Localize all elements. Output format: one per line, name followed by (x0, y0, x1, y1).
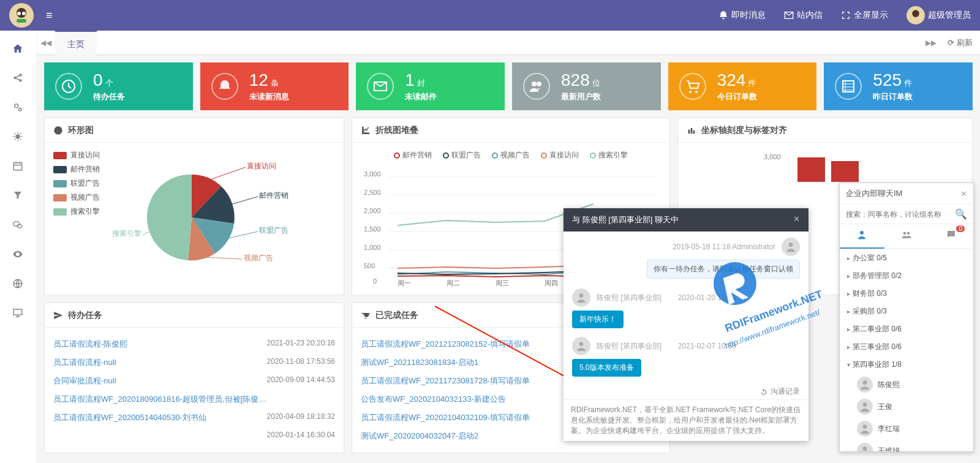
svg-text:联盟广告: 联盟广告 (259, 226, 288, 235)
im-dept[interactable]: 第三事业部 0/6 (840, 338, 973, 356)
nav-filter-icon[interactable] (12, 190, 24, 202)
svg-rect-17 (13, 309, 22, 315)
legend-item[interactable]: 视频广告 (492, 150, 530, 160)
task-link[interactable]: 公告发布WF_20202104032133-新建公告 (361, 394, 506, 405)
chat-sys-meta: 2019-05-18 11:18 Administrator (572, 238, 800, 256)
nav-calendar-icon[interactable] (12, 160, 24, 173)
bar-title: 坐标轴刻度与标签对齐 (701, 125, 787, 136)
im-dept[interactable]: 办公室 0/5 (840, 249, 973, 267)
task-link[interactable]: 员工请假流程WF_20200514040530-刘书仙 (53, 412, 206, 423)
stat-card[interactable]: 324件今日订单数 (668, 62, 817, 110)
nav-home-icon[interactable] (12, 43, 24, 55)
im-dept[interactable]: 采购部 0/3 (840, 303, 973, 320)
line-title: 折线图堆叠 (375, 125, 418, 136)
tab-prev-icon[interactable]: ◀◀ (37, 39, 55, 47)
legend-item[interactable]: 邮件营销 (394, 150, 432, 160)
task-link[interactable]: 员工请假流程-陈俊熙 (53, 339, 127, 350)
im-search-input[interactable] (846, 210, 955, 219)
stat-card[interactable]: 0个待办任务 (44, 62, 193, 110)
svg-point-69 (863, 380, 867, 385)
im-tabs: 0 (840, 224, 973, 249)
legend-item[interactable]: 搜索引擎 (53, 206, 100, 217)
panel-todo: 待办任务 员工请假流程-陈俊熙2021-01-23 20:20:16员工请假流程… (44, 303, 344, 453)
nav-fullscreen[interactable]: 全屏显示 (841, 10, 888, 21)
tab-next-icon[interactable]: ▶▶ (922, 39, 940, 47)
list-item: 2020-01-14 16:30:04 (53, 427, 335, 443)
nav-user[interactable]: 超级管理员 (907, 6, 971, 24)
im-search: 🔍 (840, 205, 973, 224)
nav-gears-icon[interactable] (12, 102, 24, 114)
im-user[interactable]: 王俊 (840, 396, 973, 418)
svg-text:周二: 周二 (447, 279, 460, 287)
legend-item[interactable]: 邮件营销 (53, 164, 100, 175)
nav-eye-icon[interactable] (12, 249, 24, 261)
chart-row: 环形图 直接访问邮件营销联盟广告视频广告搜索引擎 直接访问 邮件营销 (44, 118, 973, 295)
legend-item[interactable]: 直接访问 (541, 150, 579, 160)
task-link[interactable]: 测试WF_20211823081834-启动1 (361, 357, 478, 368)
svg-line-30 (207, 167, 246, 181)
tab-home[interactable]: 主页 (55, 31, 97, 55)
im-user[interactable]: 王维娟 (840, 440, 973, 451)
task-link[interactable]: 员工请假流程WF_20211723081728-填写请假单 (361, 375, 530, 386)
list-item: 员工请假流程-null2020-11-08 17:53:56 (53, 353, 335, 372)
nav-sun-icon[interactable] (12, 131, 24, 143)
svg-line-33 (204, 257, 242, 259)
task-link[interactable]: 员工请假流程-null (53, 357, 116, 368)
list-item: 员工请假流程WF_20201809061816-超级管理员,但被[陈俊熙]任意退… (53, 390, 335, 408)
avatar-main[interactable] (9, 3, 34, 28)
svg-point-66 (860, 231, 864, 235)
im-user[interactable]: 李红瑞 (840, 418, 973, 440)
svg-point-21 (537, 81, 541, 86)
im-dept[interactable]: 部务管理部 0/2 (840, 267, 973, 285)
task-link[interactable]: 测试WF_20202004032047-启动2 (361, 431, 478, 442)
ring-title: 环形图 (68, 125, 94, 136)
topbar: ≡ 即时消息 站内信 全屏显示 超级管理员 (0, 0, 980, 31)
chat-record-link[interactable]: 沟通记录 (564, 384, 809, 399)
im-tab-groups[interactable] (884, 224, 929, 249)
im-tab-messages[interactable]: 0 (929, 224, 973, 249)
im-user[interactable]: 陈俊熙 (840, 374, 973, 396)
line-legend: 邮件营销联盟广告视频广告直接访问搜索引擎 (361, 150, 661, 160)
svg-text:3,000: 3,000 (364, 170, 381, 178)
stat-card[interactable]: 828位最新用户数 (512, 62, 661, 110)
search-icon[interactable]: 🔍 (955, 208, 967, 220)
task-link[interactable]: 员工请假流程WF_20212123082152-填写请假单 (361, 339, 530, 350)
stat-card[interactable]: 12条未读新消息 (200, 62, 349, 110)
im-dept[interactable]: 第四事业部 1/8 (840, 356, 973, 374)
svg-text:直接访问: 直接访问 (247, 162, 276, 170)
stat-card[interactable]: 525件昨日订单数 (824, 62, 973, 110)
tabbar: ◀◀ 主页 ▶▶ ⟳刷新 (37, 31, 980, 55)
close-icon[interactable]: ✕ (960, 189, 967, 198)
nav-desktop-icon[interactable] (12, 307, 24, 320)
legend-item[interactable]: 视频广告 (53, 192, 100, 203)
task-link[interactable]: 员工请假流程WF_20202104032109-填写请假单 (361, 412, 530, 423)
menu-toggle-icon[interactable]: ≡ (46, 9, 53, 22)
im-tab-contacts[interactable] (840, 224, 884, 249)
legend-item[interactable]: 直接访问 (53, 150, 100, 160)
list-item: 合同审批流程-null2020-09-09 14:44:53 (53, 372, 335, 390)
svg-point-11 (18, 108, 21, 111)
close-icon[interactable]: ✕ (793, 214, 800, 225)
nav-inbox[interactable]: 站内信 (784, 10, 823, 21)
topbar-right: 即时消息 站内信 全屏显示 超级管理员 (718, 6, 971, 24)
svg-point-67 (903, 232, 907, 235)
chat-header[interactable]: 与 陈俊熙 [第四事业部] 聊天中✕ (564, 208, 809, 232)
svg-text:3,000: 3,000 (764, 153, 781, 160)
legend-item[interactable]: 联盟广告 (53, 178, 100, 189)
svg-text:视频广告: 视频广告 (244, 254, 273, 262)
im-dept[interactable]: 第二事业部 0/6 (840, 320, 973, 338)
legend-item[interactable]: 搜索引擎 (590, 150, 628, 160)
task-row: 待办任务 员工请假流程-陈俊熙2021-01-23 20:20:16员工请假流程… (44, 303, 973, 453)
nav-wechat-icon[interactable] (12, 219, 24, 232)
svg-line-31 (228, 197, 258, 205)
task-link[interactable]: 合同审批流程-null (53, 375, 116, 386)
svg-point-20 (532, 81, 537, 86)
refresh-button[interactable]: ⟳刷新 (940, 37, 980, 48)
legend-item[interactable]: 联盟广告 (443, 150, 481, 160)
nav-instant-message[interactable]: 即时消息 (718, 10, 766, 21)
task-link[interactable]: 员工请假流程WF_20201809061816-超级管理员,但被[陈俊熙]任意退… (53, 394, 274, 405)
nav-share-icon[interactable] (12, 72, 24, 85)
stat-card[interactable]: 1封未读邮件 (356, 62, 505, 110)
im-dept[interactable]: 财务部 0/3 (840, 285, 973, 303)
nav-globe-icon[interactable] (12, 278, 24, 290)
